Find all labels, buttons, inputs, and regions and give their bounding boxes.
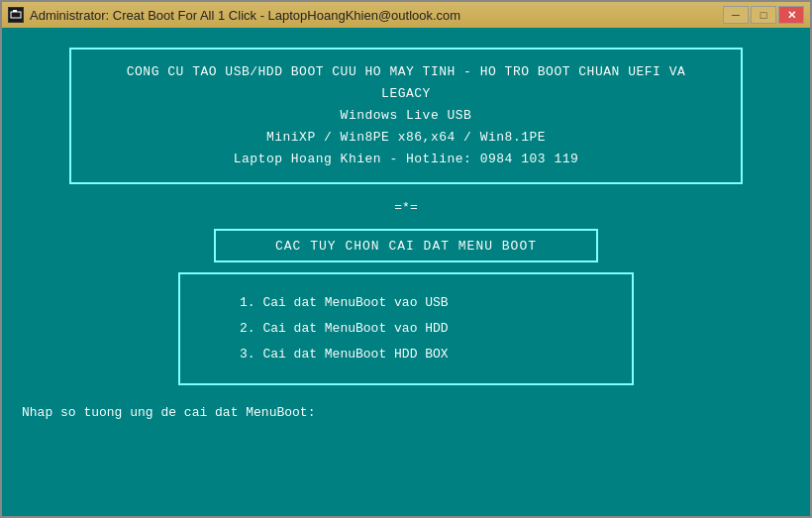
title-bar-text: Administrator: Creat Boot For All 1 Clic… [30, 8, 460, 23]
title-bar-left: Administrator: Creat Boot For All 1 Clic… [8, 7, 460, 23]
svg-rect-2 [13, 10, 17, 12]
info-line-1: CONG CU TAO USB/HDD BOOT CUU HO MAY TINH… [101, 61, 711, 105]
menu-section: CAC TUY CHON CAI DAT MENU BOOT 1. Cai da… [22, 229, 790, 405]
title-bar-buttons: ─ □ ✕ [723, 6, 804, 24]
title-bar: Administrator: Creat Boot For All 1 Clic… [2, 2, 810, 28]
menu-option-3: 3. Cai dat MenuBoot HDD BOX [240, 342, 572, 367]
close-button[interactable]: ✕ [778, 6, 804, 24]
prompt-line: Nhap so tuong ung de cai dat MenuBoot: [22, 405, 315, 420]
main-window: Administrator: Creat Boot For All 1 Clic… [0, 0, 812, 518]
minimize-button[interactable]: ─ [723, 6, 749, 24]
menu-header-box: CAC TUY CHON CAI DAT MENU BOOT [214, 229, 598, 262]
menu-header-text: CAC TUY CHON CAI DAT MENU BOOT [275, 239, 537, 254]
menu-options-box: 1. Cai dat MenuBoot vao USB 2. Cai dat M… [178, 272, 634, 385]
info-line-2: Windows Live USB [101, 105, 711, 127]
menu-option-1: 1. Cai dat MenuBoot vao USB [240, 290, 572, 316]
info-box: CONG CU TAO USB/HDD BOOT CUU HO MAY TINH… [69, 48, 743, 184]
separator: =*= [394, 200, 417, 215]
main-content: CONG CU TAO USB/HDD BOOT CUU HO MAY TINH… [2, 28, 810, 516]
maximize-button[interactable]: □ [751, 6, 776, 24]
menu-option-2: 2. Cai dat MenuBoot vao HDD [240, 316, 572, 342]
info-line-4: Laptop Hoang Khien - Hotline: 0984 103 1… [101, 149, 711, 170]
info-line-3: MiniXP / Win8PE x86,x64 / Win8.1PE [101, 127, 711, 149]
app-icon [8, 7, 24, 23]
